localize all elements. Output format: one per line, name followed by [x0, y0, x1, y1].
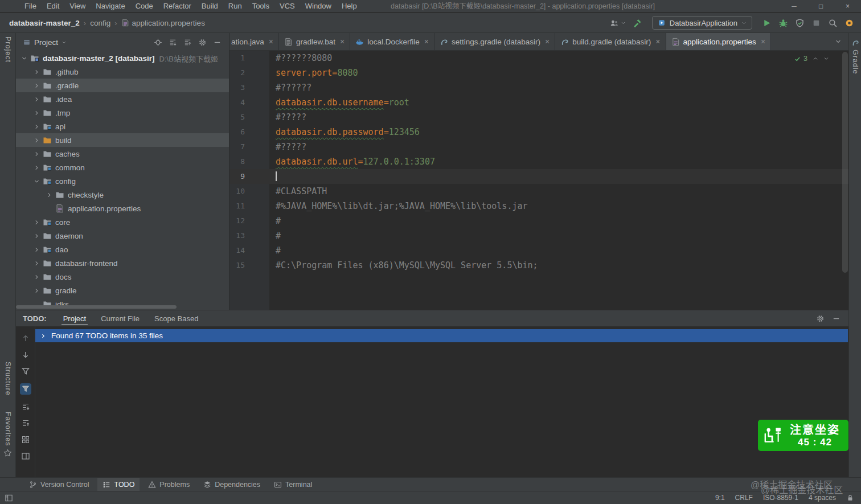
lock-icon[interactable]: [846, 494, 854, 502]
build-hammer-icon[interactable]: [633, 18, 642, 28]
chevron-down-icon[interactable]: [823, 56, 829, 62]
menu-code[interactable]: Code: [130, 2, 158, 10]
line-number[interactable]: 5: [229, 110, 269, 125]
chevron-right-icon[interactable]: [32, 137, 42, 144]
tree-item-daemon[interactable]: daemon: [16, 229, 229, 243]
expand-all-icon[interactable]: [21, 402, 30, 411]
editor-line-14[interactable]: 14#: [229, 243, 848, 258]
code-editor[interactable]: 1#??????80802server.port=80803#??????4da…: [229, 51, 848, 310]
line-number[interactable]: 13: [229, 228, 269, 243]
menu-refactor[interactable]: Refactor: [158, 2, 196, 10]
close-tab-icon[interactable]: ×: [545, 37, 550, 46]
line-number[interactable]: 11: [229, 199, 269, 214]
stripe-button-favorites[interactable]: Favorites: [0, 412, 15, 457]
chevron-right-icon[interactable]: [40, 333, 46, 339]
codewithme-users-icon[interactable]: [609, 18, 619, 28]
todo-result-row[interactable]: Found 67 TODO items in 35 files: [35, 329, 848, 342]
toolwindow-button-problems[interactable]: Problems: [143, 478, 195, 491]
todo-tab-Project[interactable]: Project: [56, 310, 93, 326]
group-icon[interactable]: [21, 435, 30, 444]
close-tab-icon[interactable]: ×: [269, 37, 273, 46]
chevron-right-icon[interactable]: [32, 247, 42, 253]
editor-line-12[interactable]: 12#: [229, 214, 848, 228]
search-everywhere-icon[interactable]: [828, 18, 838, 28]
line-number[interactable]: 14: [229, 243, 269, 258]
breadcrumb-databasir-master_2[interactable]: databasir-master_2: [9, 19, 80, 27]
chevron-right-icon[interactable]: [32, 274, 42, 280]
tree-item-core[interactable]: core: [16, 215, 229, 229]
line-number[interactable]: 9: [229, 169, 269, 184]
line-number[interactable]: 7: [229, 140, 269, 154]
menu-tools[interactable]: Tools: [247, 2, 274, 10]
line-number[interactable]: 1: [229, 51, 269, 65]
editor-line-1[interactable]: 1#??????8080: [229, 51, 848, 65]
run-icon[interactable]: [762, 18, 772, 28]
hidden-tabs-icon[interactable]: [835, 38, 842, 45]
chevron-down-icon[interactable]: [32, 178, 42, 185]
toolwindow-button-todo[interactable]: TODO: [97, 478, 140, 491]
line-number[interactable]: 8: [229, 154, 269, 169]
chevron-right-icon[interactable]: [32, 151, 42, 157]
editor-line-4[interactable]: 4databasir.db.username=root: [229, 95, 848, 110]
toolwindow-button-dependencies[interactable]: Dependencies: [198, 478, 265, 491]
group-by-modules-icon[interactable]: [20, 383, 31, 395]
preview-icon[interactable]: [21, 452, 30, 461]
next-todo-icon[interactable]: [21, 350, 30, 359]
close-tab-icon[interactable]: ×: [424, 37, 429, 46]
stripe-button-structure[interactable]: Structure: [0, 362, 15, 396]
inspections-widget[interactable]: 3: [794, 55, 829, 63]
menu-run[interactable]: Run: [223, 2, 247, 10]
editor-tab-gradlew.bat[interactable]: gradlew.bat×: [279, 33, 350, 50]
project-horizontal-scrollbar[interactable]: [16, 305, 229, 309]
editor-line-15[interactable]: 15#C:\Program Files (x86)\MySQL\MySQL Se…: [229, 258, 848, 273]
chevron-right-icon[interactable]: [32, 83, 42, 89]
tree-item-caches[interactable]: caches: [16, 147, 229, 161]
chevron-right-icon[interactable]: [44, 192, 54, 198]
close-tab-icon[interactable]: ×: [761, 37, 765, 46]
editor-vertical-scrollbar[interactable]: [842, 52, 848, 273]
tree-item-dao[interactable]: dao: [16, 243, 229, 256]
tree-item-.idea[interactable]: .idea: [16, 92, 229, 106]
stop-icon[interactable]: [811, 18, 821, 28]
coverage-icon[interactable]: [795, 18, 805, 28]
chevron-down-icon[interactable]: [19, 55, 29, 62]
window-switcher-icon[interactable]: [5, 494, 13, 502]
locate-file-icon[interactable]: [154, 38, 162, 47]
expand-all-icon[interactable]: [169, 38, 177, 47]
maximize-icon[interactable]: □: [807, 0, 834, 13]
filter-todos-icon[interactable]: [21, 367, 30, 376]
chevron-right-icon[interactable]: [32, 233, 42, 239]
menu-build[interactable]: Build: [196, 2, 223, 10]
collapse-all-icon[interactable]: [183, 38, 192, 47]
stripe-button-project[interactable]: Project: [0, 36, 15, 63]
tree-item-gradle[interactable]: gradle: [16, 284, 229, 297]
menu-navigate[interactable]: Navigate: [91, 2, 130, 10]
line-number[interactable]: 2: [229, 65, 269, 80]
chevron-right-icon[interactable]: [32, 260, 42, 267]
chevron-right-icon[interactable]: [32, 69, 42, 75]
profiler-icon[interactable]: [844, 18, 854, 28]
close-tab-icon[interactable]: ×: [655, 37, 660, 46]
tree-item-common[interactable]: common: [16, 161, 229, 174]
editor-line-11[interactable]: 11#%JAVA_HOME%\lib\dt.jar;%JAVA_HOME%\li…: [229, 199, 848, 214]
line-number[interactable]: 6: [229, 125, 269, 140]
editor-line-10[interactable]: 10#CLASSPATH: [229, 184, 848, 199]
todo-tab-Scope-Based[interactable]: Scope Based: [147, 310, 206, 326]
breadcrumb-config[interactable]: config: [90, 19, 110, 27]
tree-item-application.properties[interactable]: application.properties: [16, 202, 229, 215]
line-number[interactable]: 4: [229, 95, 269, 110]
status-caret-position[interactable]: 9:1: [715, 494, 725, 502]
settings-gear-icon[interactable]: [198, 38, 207, 47]
debug-icon[interactable]: [778, 18, 788, 28]
chevron-right-icon[interactable]: [32, 165, 42, 171]
previous-todo-icon[interactable]: [21, 334, 30, 343]
hide-panel-icon[interactable]: [832, 314, 840, 323]
menu-vcs[interactable]: VCS: [274, 2, 300, 10]
toolwindow-button-terminal[interactable]: Terminal: [269, 478, 317, 491]
editor-line-3[interactable]: 3#??????: [229, 80, 848, 95]
stripe-button-gradle[interactable]: Gradle: [849, 39, 861, 75]
tree-item-.github[interactable]: .github: [16, 65, 229, 79]
tree-item-api[interactable]: api: [16, 120, 229, 133]
editor-tab-application.properties[interactable]: application.properties×: [666, 33, 772, 50]
line-number[interactable]: 3: [229, 80, 269, 95]
